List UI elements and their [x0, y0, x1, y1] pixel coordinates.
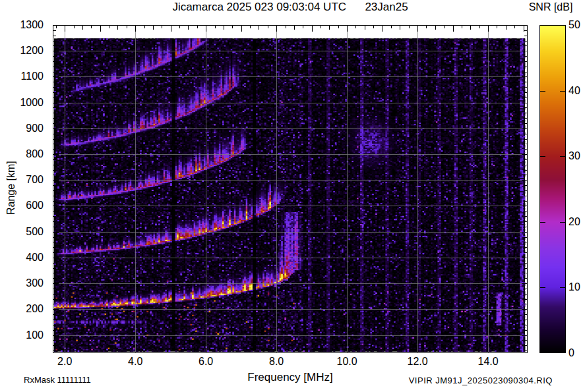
x-tick-label: 6.0 [183, 356, 229, 368]
x-tick-label: 8.0 [253, 356, 299, 368]
y-tick-label: 800 [0, 148, 45, 160]
page-title: Jicamarca 2025 023 09:03:04 UTC 23Jan25 [53, 1, 528, 14]
x-tick-label: 2.0 [42, 356, 88, 368]
colorbar-title: SNR [dB] [514, 1, 583, 13]
y-tick-label: 900 [0, 123, 45, 134]
colorbar-tick-label: 50 [568, 19, 583, 31]
y-tick-label: 300 [0, 277, 45, 289]
y-tick-label: 200 [0, 303, 45, 315]
x-tick-label: 4.0 [112, 356, 158, 368]
y-tick-label: 100 [0, 329, 45, 341]
y-tick-label: 1100 [0, 70, 45, 82]
y-tick-label: 400 [0, 252, 45, 264]
colorbar-tick-label: 0 [568, 347, 583, 359]
y-tick-label: 700 [0, 174, 45, 186]
x-tick-label: 12.0 [394, 356, 441, 368]
ionogram-viewer: Jicamarca 2025 023 09:03:04 UTC 23Jan25 … [0, 0, 583, 392]
x-tick-label: 14.0 [465, 356, 511, 368]
y-tick-label: 1300 [0, 19, 45, 31]
colorbar-tick-label: 20 [568, 216, 583, 228]
rx-mask-text: RxMask 11111111 [24, 375, 91, 385]
x-tick-label: 10.0 [324, 356, 370, 368]
y-tick-label: 1200 [0, 45, 45, 57]
y-tick-label: 600 [0, 200, 45, 211]
colorbar-tick-label: 10 [568, 281, 583, 293]
y-tick-label: 1000 [0, 97, 45, 109]
colorbar-tick-label: 30 [568, 150, 583, 162]
ionogram-heatmap-canvas [53, 25, 528, 353]
colorbar-tick-label: 40 [568, 85, 583, 97]
y-tick-label: 500 [0, 226, 45, 238]
data-file-id: VIPIR JM91J_2025023090304.RIQ [369, 376, 553, 385]
colorbar-canvas [539, 25, 566, 353]
